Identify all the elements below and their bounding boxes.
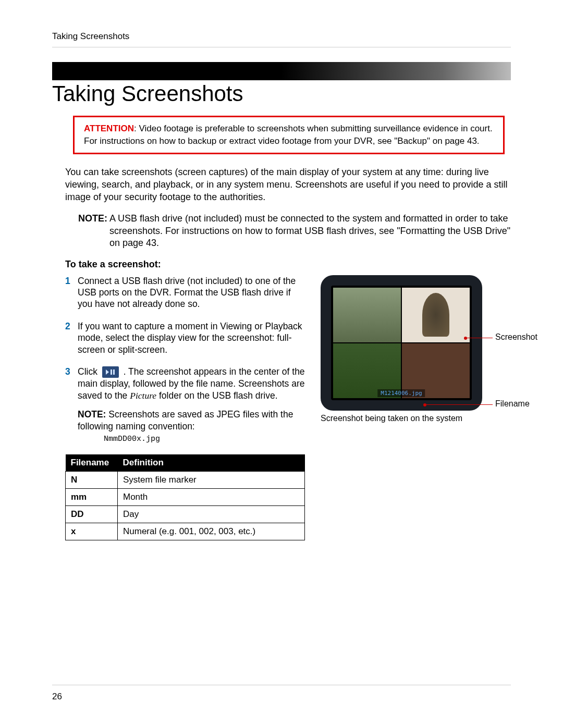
inner-note-label: NOTE: bbox=[78, 409, 106, 419]
table-row: mmMonth bbox=[66, 489, 305, 506]
header-rule bbox=[52, 47, 511, 47]
leader-dot bbox=[423, 403, 426, 406]
intro-paragraph: You can take screenshots (screen capture… bbox=[65, 166, 511, 204]
step-2: 2 If you want to capture a moment in Vie… bbox=[65, 320, 305, 355]
label-screenshot: Screenshot bbox=[495, 332, 537, 342]
quad-top-right bbox=[402, 288, 470, 342]
svg-rect-2 bbox=[113, 369, 115, 375]
step3-post2: folder on the USB flash drive. bbox=[159, 390, 278, 401]
page-footer: 26 bbox=[52, 685, 511, 702]
attention-box: ATTENTION: Video footage is preferable t… bbox=[73, 116, 505, 154]
note-text: A USB flash drive (not included) must be… bbox=[109, 213, 510, 248]
attention-text: : Video footage is preferable to screens… bbox=[84, 124, 493, 146]
step3-italic-picture: Picture bbox=[130, 390, 156, 401]
th-filename: Filename bbox=[66, 454, 118, 472]
step-number: 3 bbox=[65, 366, 72, 444]
device-figure: M1214006.jpg Screenshot Filename Screens… bbox=[321, 275, 550, 423]
table-row: xNumeral (e.g. 001, 002, 003, etc.) bbox=[66, 523, 305, 540]
figure-column: M1214006.jpg Screenshot Filename Screens… bbox=[321, 275, 550, 540]
leader-line bbox=[425, 404, 493, 405]
label-filename: Filename bbox=[495, 399, 530, 409]
svg-marker-0 bbox=[106, 369, 109, 375]
running-header: Taking Screenshots bbox=[52, 31, 511, 42]
filename-convention-mono: NmmDD00x.jpg bbox=[104, 435, 160, 443]
note-block-usb: NOTE: A USB flash drive (not included) m… bbox=[78, 213, 511, 249]
step-1: 1 Connect a USB flash drive (not include… bbox=[65, 275, 305, 310]
device-frame: M1214006.jpg bbox=[321, 275, 482, 411]
footer-rule bbox=[52, 685, 511, 685]
steps-column: 1 Connect a USB flash drive (not include… bbox=[65, 275, 305, 540]
leader-line bbox=[466, 338, 493, 338]
table-row: NSystem file marker bbox=[66, 472, 305, 489]
step-body: Click . The screenshot appears in the ce… bbox=[78, 366, 305, 444]
page-number: 26 bbox=[52, 692, 511, 702]
leader-dot bbox=[464, 337, 467, 340]
page-title: Taking Screenshots bbox=[52, 81, 511, 106]
inner-note-text: Screenshots are saved as JPEG files with… bbox=[78, 409, 293, 431]
step-number: 1 bbox=[65, 275, 72, 310]
table-row: DDDay bbox=[66, 506, 305, 523]
th-definition: Definition bbox=[118, 454, 305, 472]
svg-rect-1 bbox=[111, 369, 112, 375]
title-gradient-bar bbox=[52, 62, 511, 80]
figure-caption: Screenshot being taken on the system bbox=[321, 414, 550, 423]
attention-label: ATTENTION bbox=[84, 124, 134, 133]
quad-top-left bbox=[333, 288, 401, 342]
step-3: 3 Click . The screenshot appears in the … bbox=[65, 366, 305, 444]
step3-pre: Click bbox=[78, 366, 100, 377]
play-pause-icon bbox=[102, 366, 119, 378]
step-body: If you want to capture a moment in Viewi… bbox=[78, 320, 305, 355]
subheading-take-screenshot: To take a screenshot: bbox=[65, 259, 511, 270]
filename-definition-table: Filename Definition NSystem file marker … bbox=[65, 454, 305, 540]
note-label: NOTE: bbox=[78, 213, 107, 224]
device-screen: M1214006.jpg bbox=[331, 286, 472, 400]
step-number: 2 bbox=[65, 320, 72, 355]
step-body: Connect a USB flash drive (not included)… bbox=[78, 275, 305, 310]
filename-overlay: M1214006.jpg bbox=[377, 389, 425, 397]
step3-inner-note: NOTE: Screenshots are saved as JPEG file… bbox=[78, 409, 305, 444]
